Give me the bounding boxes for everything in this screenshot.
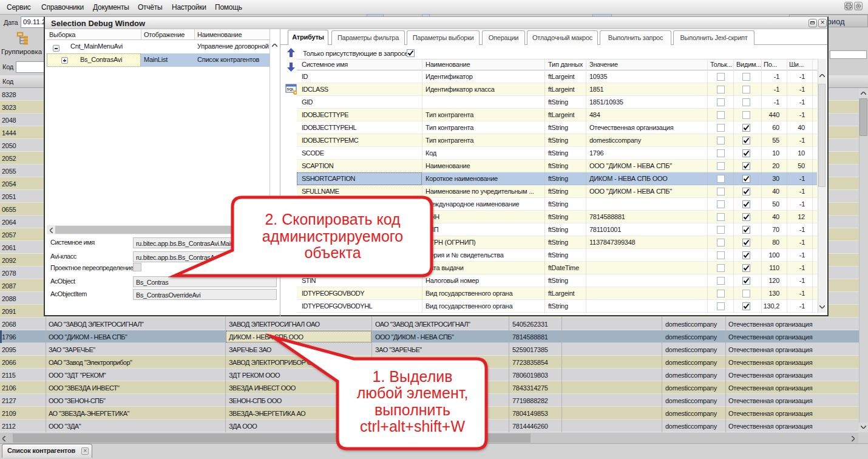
svg-text:SQL: SQL [287,87,294,91]
